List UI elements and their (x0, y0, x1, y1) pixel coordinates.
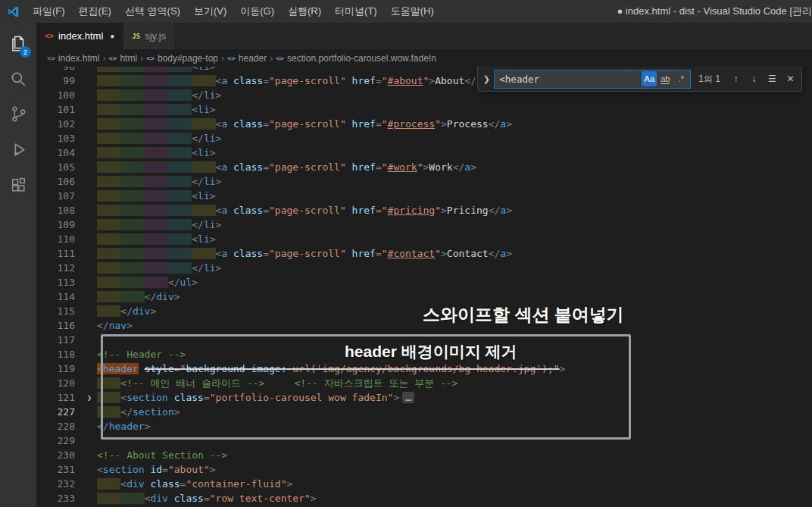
find-input[interactable]: <header Aa ab .* (494, 70, 691, 89)
line-number[interactable]: 98 (36, 67, 82, 74)
line-number[interactable]: 115 (36, 304, 82, 318)
line-number[interactable]: 229 (36, 433, 82, 448)
breadcrumb-item[interactable]: <>body#page-top (146, 53, 218, 64)
line-number[interactable]: 232 (36, 477, 82, 491)
breadcrumb-item[interactable]: <>section.portfolio-carousel.wow.fadeIn (276, 53, 436, 64)
line-number[interactable]: 118 (36, 347, 82, 361)
code-line[interactable]: 117 (36, 333, 812, 347)
breadcrumb-item[interactable]: <>header (227, 53, 267, 64)
line-number[interactable]: 105 (36, 160, 82, 174)
line-number[interactable]: 228 (36, 419, 82, 433)
code-line[interactable]: 228</header> (36, 419, 812, 433)
line-number[interactable]: 99 (36, 74, 82, 88)
menu-item[interactable]: 이동(G) (233, 0, 281, 23)
code-line[interactable]: 233 <div class="row text-center"> (36, 491, 812, 505)
breadcrumb-item[interactable]: <>html (109, 53, 138, 64)
fold-chevron-icon[interactable]: ❯ (82, 390, 97, 405)
code-line[interactable]: 116</nav> (36, 318, 812, 333)
code-line[interactable]: 230<!-- About Section --> (36, 448, 812, 462)
search-icon[interactable] (0, 61, 36, 96)
line-number[interactable]: 112 (36, 261, 82, 275)
menu-bar: 파일(F)편집(E)선택 영역(S)보기(V)이동(G)실행(R)터미널(T)도… (26, 0, 441, 23)
menu-item[interactable]: 실행(R) (281, 0, 328, 23)
line-number[interactable]: 116 (36, 318, 82, 333)
code-line[interactable]: 109 </li> (36, 218, 812, 232)
code-line[interactable]: 113 </ul> (36, 275, 812, 289)
line-number[interactable]: 121 (36, 390, 82, 405)
tab-bar: <>index.html●JSsjy.js (36, 23, 812, 49)
code-text (97, 333, 812, 347)
line-number[interactable]: 100 (36, 88, 82, 102)
editor[interactable]: 98 <li>99 <a class="page-scroll" href="#… (36, 67, 812, 507)
extensions-icon[interactable] (0, 167, 36, 203)
run-debug-icon[interactable] (0, 132, 36, 167)
breadcrumbs: <>index.html›<>html›<>body#page-top›<>he… (36, 49, 812, 67)
line-number[interactable]: 106 (36, 174, 82, 189)
code-text: <!-- About Section --> (97, 448, 812, 462)
line-number[interactable]: 102 (36, 117, 82, 131)
line-number[interactable]: 101 (36, 102, 82, 117)
find-in-selection-icon[interactable]: ☰ (764, 71, 780, 87)
code-line[interactable]: 114 </div> (36, 289, 812, 304)
previous-match-icon[interactable]: ↑ (728, 71, 744, 87)
code-line[interactable]: 110 <li> (36, 232, 812, 246)
whole-word-label: ab (661, 74, 670, 84)
menu-item[interactable]: 파일(F) (26, 0, 72, 23)
regex-toggle[interactable]: .* (673, 71, 689, 86)
line-number[interactable]: 103 (36, 131, 82, 146)
menu-item[interactable]: 선택 영역(S) (118, 0, 187, 23)
code-text: <a class="page-scroll" href="#pricing">P… (97, 203, 812, 218)
menu-item[interactable]: 보기(V) (187, 0, 233, 23)
whole-word-toggle[interactable]: ab (657, 71, 673, 86)
code-line[interactable]: 105 <a class="page-scroll" href="#work">… (36, 160, 812, 174)
code-line[interactable]: 104 <li> (36, 146, 812, 160)
line-number[interactable]: 107 (36, 189, 82, 203)
breadcrumb-item[interactable]: <>index.html (47, 53, 100, 64)
code-line[interactable]: 111 <a class="page-scroll" href="#contac… (36, 246, 812, 261)
dirty-indicator[interactable]: ● (110, 32, 114, 40)
code-line[interactable]: 121❯ <section class="portfolio-carousel … (36, 390, 812, 405)
code-line[interactable]: 231<section id="about"> (36, 462, 812, 477)
code-line[interactable]: 102 <a class="page-scroll" href="#proces… (36, 117, 812, 131)
code-line[interactable]: 120 <!-- 메인 배너 슬라이드 --> <!-- 자바스크립트 또는 부… (36, 376, 812, 390)
code-line[interactable]: 106 </li> (36, 174, 812, 189)
code-text: <li> (97, 146, 812, 160)
tab-index.html[interactable]: <>index.html● (36, 23, 123, 49)
menu-item[interactable]: 터미널(T) (328, 0, 384, 23)
code-line[interactable]: 107 <li> (36, 189, 812, 203)
line-number[interactable]: 114 (36, 289, 82, 304)
explorer-icon[interactable]: 2 (0, 25, 36, 61)
source-control-icon[interactable] (0, 96, 36, 132)
close-find-icon[interactable]: ✕ (782, 71, 798, 87)
menu-item[interactable]: 도움말(H) (384, 0, 441, 23)
line-number[interactable]: 233 (36, 491, 82, 505)
tab-sjy.js[interactable]: JSsjy.js (123, 23, 175, 49)
toggle-replace-icon[interactable]: ❯ (481, 74, 492, 84)
line-number[interactable]: 120 (36, 376, 82, 390)
code-line[interactable]: 227 </section> (36, 405, 812, 419)
menu-item[interactable]: 편집(E) (72, 0, 118, 23)
line-number[interactable]: 104 (36, 146, 82, 160)
line-number[interactable]: 111 (36, 246, 82, 261)
match-case-toggle[interactable]: Aa (642, 71, 657, 86)
line-number[interactable]: 117 (36, 333, 82, 347)
line-number[interactable]: 231 (36, 462, 82, 477)
line-number[interactable]: 108 (36, 203, 82, 218)
code-line[interactable]: 229 (36, 433, 812, 448)
code-line[interactable]: 118<!-- Header --> (36, 347, 812, 361)
code-line[interactable]: 101 <li> (36, 102, 812, 117)
code-line[interactable]: 119<header style="background-image: url(… (36, 361, 812, 376)
code-line[interactable]: 115 </div> (36, 304, 812, 318)
line-number[interactable]: 119 (36, 361, 82, 376)
line-number[interactable]: 113 (36, 275, 82, 289)
line-number[interactable]: 230 (36, 448, 82, 462)
code-line[interactable]: 112 </li> (36, 261, 812, 275)
line-number[interactable]: 227 (36, 405, 82, 419)
code-line[interactable]: 103 </li> (36, 131, 812, 146)
code-text: <header style="background-image: url('im… (97, 361, 812, 376)
code-line[interactable]: 108 <a class="page-scroll" href="#pricin… (36, 203, 812, 218)
line-number[interactable]: 110 (36, 232, 82, 246)
line-number[interactable]: 109 (36, 218, 82, 232)
next-match-icon[interactable]: ↓ (746, 71, 762, 87)
code-line[interactable]: 232 <div class="container-fluid"> (36, 477, 812, 491)
